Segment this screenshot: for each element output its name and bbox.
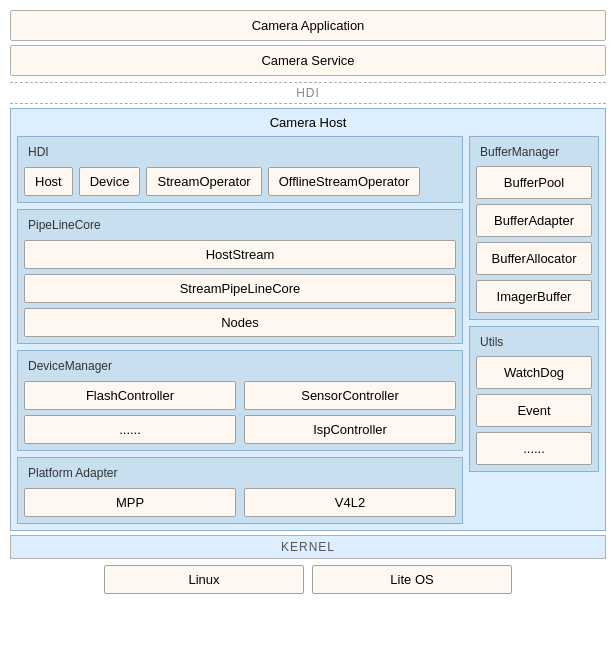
hdi-item-stream-operator: StreamOperator — [146, 167, 261, 196]
hdi-item-offline-stream-operator: OfflineStreamOperator — [268, 167, 421, 196]
camera-host-inner: HDI Host Device StreamOperator OfflineSt… — [17, 136, 599, 524]
right-column: BufferManager BufferPool BufferAdapter B… — [469, 136, 599, 524]
device-ellipsis: ...... — [24, 415, 236, 444]
hdi-item-host: Host — [24, 167, 73, 196]
utils-label: Utils — [476, 333, 592, 351]
device-manager-row2: ...... IspController — [24, 415, 456, 444]
kernel-linux: Linux — [104, 565, 304, 594]
camera-service-box: Camera Service — [10, 45, 606, 76]
pipeline-item-hoststream: HostStream — [24, 240, 456, 269]
platform-adapter-label: Platform Adapter — [24, 464, 456, 482]
pipeline-section-container: PipeLineCore HostStream StreamPipeLineCo… — [17, 209, 463, 344]
device-isp-controller: IspController — [244, 415, 456, 444]
hdi-section-label: HDI — [24, 143, 456, 161]
buffer-manager-container: BufferManager BufferPool BufferAdapter B… — [469, 136, 599, 320]
kernel-row: Linux Lite OS — [10, 565, 606, 594]
imager-buffer: ImagerBuffer — [476, 280, 592, 313]
camera-application-box: Camera Application — [10, 10, 606, 41]
utils-watchdog: WatchDog — [476, 356, 592, 389]
kernel-liteos: Lite OS — [312, 565, 512, 594]
camera-host-title: Camera Host — [17, 115, 599, 130]
buffer-manager-label: BufferManager — [476, 143, 592, 161]
left-column: HDI Host Device StreamOperator OfflineSt… — [17, 136, 463, 524]
device-manager-section: FlashController SensorController ...... — [24, 381, 456, 444]
utils-container: Utils WatchDog Event ...... — [469, 326, 599, 472]
camera-application-label: Camera Application — [252, 18, 365, 33]
hdi-section-container: HDI Host Device StreamOperator OfflineSt… — [17, 136, 463, 203]
pipeline-section-items: HostStream StreamPipeLineCore Nodes — [24, 240, 456, 337]
platform-mpp: MPP — [24, 488, 236, 517]
buffer-pool: BufferPool — [476, 166, 592, 199]
kernel-bar: KERNEL — [10, 535, 606, 559]
device-manager-row1: FlashController SensorController — [24, 381, 456, 410]
device-sensor-controller: SensorController — [244, 381, 456, 410]
buffer-adapter: BufferAdapter — [476, 204, 592, 237]
utils-ellipsis: ...... — [476, 432, 592, 465]
device-manager-label: DeviceManager — [24, 357, 456, 375]
buffer-allocator: BufferAllocator — [476, 242, 592, 275]
pipeline-item-nodes: Nodes — [24, 308, 456, 337]
platform-adapter-container: Platform Adapter MPP V4L2 — [17, 457, 463, 524]
platform-adapter-items: MPP V4L2 — [24, 488, 456, 517]
pipeline-item-streampipelinecore: StreamPipeLineCore — [24, 274, 456, 303]
hdi-divider: HDI — [10, 82, 606, 104]
hdi-item-device: Device — [79, 167, 141, 196]
camera-host-container: Camera Host HDI Host Device Stre — [10, 108, 606, 531]
platform-v4l2: V4L2 — [244, 488, 456, 517]
device-flash-controller: FlashController — [24, 381, 236, 410]
utils-event: Event — [476, 394, 592, 427]
pipeline-section-label: PipeLineCore — [24, 216, 456, 234]
device-manager-container: DeviceManager FlashController SensorCont… — [17, 350, 463, 451]
hdi-section-items: Host Device StreamOperator OfflineStream… — [24, 167, 456, 196]
camera-service-label: Camera Service — [261, 53, 354, 68]
diagram-container: Camera Application Camera Service HDI Ca… — [10, 10, 606, 594]
